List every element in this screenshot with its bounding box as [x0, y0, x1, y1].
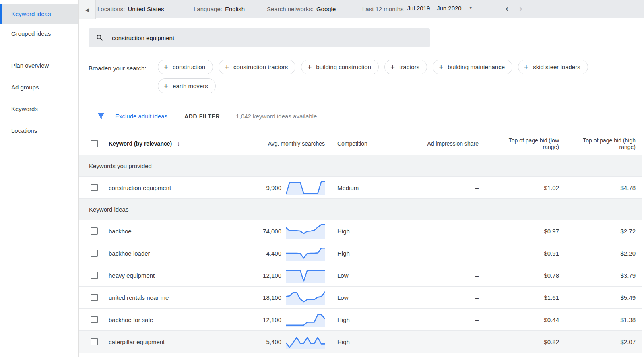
language-setting[interactable]: Language: English [194, 0, 245, 18]
section-header-keywords-you-provided: Keywords you provided [79, 155, 642, 177]
table-row[interactable]: backhoe 74,000 High – $0.97 $2.72 [79, 220, 642, 242]
chip-label: construction [173, 64, 205, 70]
competition-value: High [337, 250, 350, 257]
keyword-text: backhoe loader [109, 250, 150, 257]
row-checkbox[interactable] [91, 250, 98, 257]
avg-monthly-searches-value: 4,400 [266, 250, 281, 257]
competition-value: High [337, 316, 350, 323]
date-range-label: Last 12 months [362, 6, 404, 12]
chip-construction-tractors[interactable]: + construction tractors [219, 60, 295, 74]
chip-earth-movers[interactable]: + earth movers [158, 78, 216, 93]
competition-value: Medium [337, 184, 359, 191]
trend-sparkline [286, 290, 325, 305]
trend-sparkline [286, 268, 325, 283]
chip-building-maintenance[interactable]: + building maintenance [433, 60, 512, 74]
table-row[interactable]: construction equipment 9,900 Medium – $1… [79, 177, 642, 199]
ad-impression-share-value: – [475, 272, 479, 279]
table-row[interactable]: heavy equipment 12,100 Low – $0.78 $3.79 [79, 264, 642, 287]
trend-sparkline [286, 312, 325, 327]
sidebar-item-label: Ad groups [11, 84, 39, 91]
chip-skid-steer-loaders[interactable]: + skid steer loaders [518, 60, 588, 74]
bid-low-value: $0.97 [544, 228, 559, 235]
main-panel: ◀ Locations: United States Language: Eng… [79, 0, 644, 357]
competition-value: High [337, 338, 350, 345]
search-icon [96, 34, 104, 42]
section-header-keyword-ideas: Keyword ideas [79, 199, 642, 220]
search-networks-setting[interactable]: Search networks: Google [267, 0, 336, 18]
locations-value: United States [128, 6, 164, 12]
locations-setting[interactable]: Locations: United States [97, 0, 164, 18]
sidebar-divider [10, 50, 66, 50]
plus-icon: + [225, 63, 229, 72]
sidebar-item-label: Plan overview [11, 62, 49, 69]
search-networks-value: Google [316, 6, 336, 12]
keyword-search-box[interactable] [89, 28, 430, 47]
row-checkbox[interactable] [91, 316, 98, 323]
sidebar-item-label: Locations [11, 127, 37, 134]
previous-period-button[interactable]: ‹ [502, 4, 512, 13]
row-checkbox[interactable] [91, 184, 98, 191]
ad-impression-share-value: – [475, 316, 479, 323]
keyword-text: construction equipment [109, 184, 171, 191]
header-top-of-page-bid-high[interactable]: Top of page bid (high range) [566, 132, 642, 155]
filter-funnel-icon [97, 112, 105, 121]
chip-label: tractors [399, 64, 419, 70]
sidebar-item-ad-groups[interactable]: Ad groups [0, 76, 78, 98]
bid-high-value: $2.07 [620, 338, 636, 345]
keyword-results-table: Keyword (by relevance) ↓ Avg. monthly se… [79, 132, 642, 353]
chip-tractors[interactable]: + tractors [384, 60, 427, 74]
competition-value: High [337, 228, 350, 235]
row-checkbox[interactable] [91, 272, 98, 279]
collapse-panel-button[interactable]: ◀ [79, 0, 96, 19]
trend-sparkline [286, 180, 325, 195]
bid-low-value: $1.61 [544, 294, 559, 301]
search-networks-label: Search networks: [267, 6, 314, 12]
sidebar-item-plan-overview[interactable]: Plan overview [0, 54, 78, 76]
table-row[interactable]: backhoe for sale 12,100 High – $0.44 $1.… [79, 309, 642, 331]
table-row[interactable]: backhoe loader 4,400 High – $0.91 $2.20 [79, 242, 642, 264]
sidebar-item-keyword-ideas[interactable]: Keyword ideas [0, 4, 78, 24]
date-range-setting: Last 12 months Jul 2019 – Jun 2020 ▼ [362, 0, 474, 18]
header-avg-monthly-searches[interactable]: Avg. monthly searches [221, 132, 332, 155]
avg-monthly-searches-value: 9,900 [266, 184, 281, 191]
sidebar-item-keywords[interactable]: Keywords [0, 98, 78, 120]
ad-impression-share-value: – [475, 228, 479, 235]
sidebar: Keyword ideas Grouped ideas Plan overvie… [0, 0, 79, 357]
header-ad-impression-share[interactable]: Ad impression share [409, 132, 487, 155]
exclude-adult-ideas-link[interactable]: Exclude adult ideas [115, 113, 167, 120]
header-keyword-label[interactable]: Keyword (by relevance) [109, 140, 172, 147]
row-checkbox[interactable] [91, 294, 98, 301]
header-top-of-page-bid-low[interactable]: Top of page bid (low range) [487, 132, 566, 155]
row-checkbox[interactable] [91, 338, 98, 345]
chip-label: construction tractors [233, 64, 288, 70]
add-filter-button[interactable]: ADD FILTER [184, 113, 220, 120]
chip-building-construction[interactable]: + building construction [301, 60, 379, 74]
select-all-checkbox[interactable] [91, 140, 98, 147]
next-period-button[interactable]: › [515, 4, 526, 13]
header-competition[interactable]: Competition [332, 132, 409, 155]
bid-high-value: $3.79 [620, 272, 636, 279]
bid-low-value: $0.82 [544, 338, 559, 345]
ad-impression-share-value: – [475, 294, 479, 301]
chip-label: skid steer loaders [533, 64, 580, 70]
chip-construction[interactable]: + construction [158, 60, 213, 74]
date-pager: ‹ › [502, 0, 526, 18]
competition-value: Low [337, 294, 349, 301]
bid-high-value: $2.72 [620, 228, 636, 235]
avg-monthly-searches-value: 5,400 [266, 338, 281, 345]
date-range-dropdown[interactable]: Jul 2019 – Jun 2020 ▼ [407, 5, 474, 13]
row-checkbox[interactable] [91, 227, 98, 235]
bid-low-value: $1.02 [544, 184, 559, 191]
sidebar-item-locations[interactable]: Locations [0, 120, 78, 141]
settings-toolbar: ◀ Locations: United States Language: Eng… [79, 0, 644, 18]
plus-icon: + [164, 63, 168, 72]
sort-descending-icon[interactable]: ↓ [177, 140, 180, 147]
sidebar-item-grouped-ideas[interactable]: Grouped ideas [0, 24, 78, 43]
table-row[interactable]: united rentals near me 18,100 Low – $1.6… [79, 287, 642, 309]
chip-label: building construction [316, 64, 371, 70]
table-row[interactable]: caterpillar equipment 5,400 High – $0.82… [79, 331, 642, 353]
search-input[interactable] [112, 35, 394, 41]
plus-icon: + [439, 63, 443, 72]
sidebar-item-label: Grouped ideas [11, 30, 51, 37]
plus-icon: + [524, 63, 528, 72]
